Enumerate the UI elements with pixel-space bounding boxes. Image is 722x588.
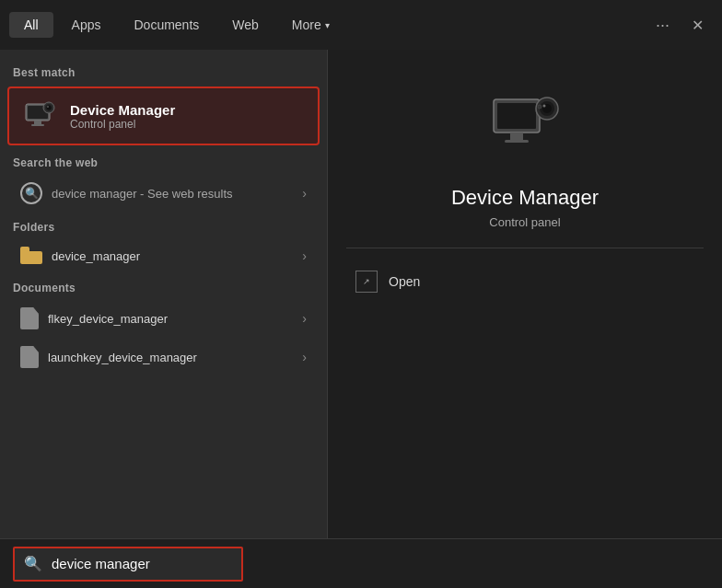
chevron-right-icon: › bbox=[302, 311, 307, 326]
web-search-text: device manager - See web results bbox=[52, 187, 302, 201]
right-panel-subtitle: Control panel bbox=[489, 215, 560, 229]
svg-rect-2 bbox=[34, 121, 41, 124]
document-item-2[interactable]: launchkey_device_manager › bbox=[7, 339, 320, 375]
tab-more[interactable]: More ▾ bbox=[277, 12, 344, 38]
open-action[interactable]: ↗ Open bbox=[346, 263, 704, 300]
device-manager-icon bbox=[22, 98, 59, 134]
best-match-label: Best match bbox=[0, 59, 327, 83]
folder-icon bbox=[20, 247, 42, 265]
more-options-button[interactable]: ··· bbox=[646, 10, 679, 40]
best-match-subtitle: Control panel bbox=[70, 118, 175, 131]
document-item-2-text: launchkey_device_manager bbox=[48, 351, 302, 364]
tab-documents[interactable]: Documents bbox=[119, 12, 214, 38]
folder-item-text: device_manager bbox=[52, 249, 302, 263]
documents-label: Documents bbox=[0, 274, 327, 298]
search-input[interactable] bbox=[52, 556, 232, 571]
main-container: Best match Device bbox=[0, 50, 722, 538]
svg-rect-10 bbox=[510, 133, 523, 140]
svg-point-7 bbox=[47, 106, 49, 108]
best-match-text: Device Manager Control panel bbox=[70, 102, 175, 131]
best-match-title: Device Manager bbox=[70, 102, 175, 118]
svg-point-6 bbox=[47, 106, 52, 110]
tab-apps[interactable]: Apps bbox=[57, 12, 116, 38]
folder-item[interactable]: device_manager › bbox=[7, 239, 320, 272]
document-item-1[interactable]: flkey_device_manager › bbox=[7, 300, 320, 337]
search-input-wrapper[interactable]: 🔍 bbox=[13, 547, 243, 582]
svg-rect-11 bbox=[505, 140, 529, 143]
right-panel: Device Manager Control panel ↗ Open bbox=[327, 50, 722, 538]
right-panel-icon bbox=[488, 86, 562, 164]
file-icon bbox=[20, 307, 39, 329]
tab-all[interactable]: All bbox=[9, 12, 53, 38]
divider bbox=[346, 248, 704, 248]
chevron-right-icon: › bbox=[302, 350, 307, 364]
close-button[interactable]: ✕ bbox=[682, 11, 713, 40]
right-panel-title: Device Manager bbox=[451, 186, 599, 210]
file-icon bbox=[20, 346, 39, 368]
svg-rect-9 bbox=[497, 103, 536, 129]
top-nav: All Apps Documents Web More ▾ ··· ✕ bbox=[0, 0, 722, 50]
chevron-right-icon: › bbox=[302, 248, 307, 263]
best-match-item[interactable]: Device Manager Control panel bbox=[7, 86, 320, 145]
chevron-right-icon: › bbox=[302, 186, 307, 201]
tab-web[interactable]: Web bbox=[217, 12, 274, 38]
folders-label: Folders bbox=[0, 213, 327, 237]
open-icon: ↗ bbox=[355, 271, 378, 293]
search-icon: 🔍 bbox=[24, 555, 42, 572]
chevron-down-icon: ▾ bbox=[325, 20, 330, 30]
svg-rect-3 bbox=[31, 124, 44, 126]
search-icon: 🔍 bbox=[20, 182, 42, 204]
web-search-item[interactable]: 🔍 device manager - See web results › bbox=[7, 175, 320, 212]
open-label: Open bbox=[389, 274, 420, 289]
svg-point-15 bbox=[543, 105, 546, 108]
left-panel: Best match Device bbox=[0, 50, 327, 538]
bottom-search-bar: 🔍 bbox=[0, 538, 722, 588]
svg-point-16 bbox=[538, 105, 542, 109]
document-item-1-text: flkey_device_manager bbox=[48, 312, 302, 326]
web-search-label: Search the web bbox=[0, 149, 327, 173]
